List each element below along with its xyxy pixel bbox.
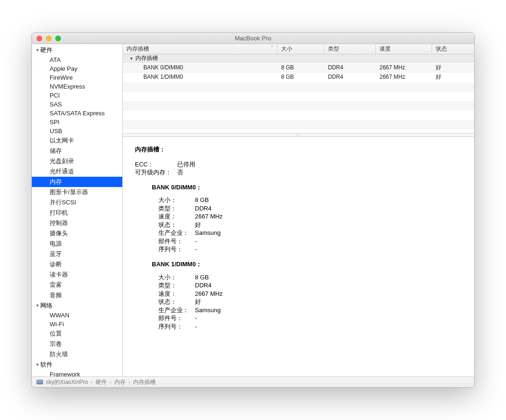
disclosure-triangle-icon[interactable]: ▼ [35, 362, 40, 367]
value-part: - [195, 237, 197, 246]
sidebar-item-pci[interactable]: PCI [32, 91, 122, 100]
sidebar-item-sas[interactable]: SAS [32, 100, 122, 109]
cell-size: 8 GB [277, 64, 324, 71]
disclosure-triangle-icon[interactable]: ▼ [35, 48, 40, 52]
label-upgradeable: 可升级内存 [135, 168, 177, 177]
main-panel: 内存插槽 ˄ 大小 类型 速度 状态 ▼ 内存插槽 BANK 0/DIMM0 [123, 44, 474, 376]
column-header-type[interactable]: 类型 [324, 44, 376, 54]
sort-ascending-icon: ˄ [271, 45, 273, 50]
sidebar-group-label: 软件 [40, 360, 52, 369]
sidebar-item-memory[interactable]: 内存 [32, 177, 122, 187]
sidebar-item-location[interactable]: 位置 [32, 329, 122, 339]
sidebar-item-spi[interactable]: SPI [32, 118, 122, 127]
value-speed: 2667 MHz [195, 212, 223, 221]
column-header-name[interactable]: 内存插槽 ˄ [123, 44, 277, 54]
cell-speed: 2667 MHz [376, 64, 432, 71]
close-icon[interactable] [37, 36, 42, 41]
label-serial: 序列号 [158, 322, 195, 331]
zoom-icon[interactable] [55, 36, 61, 41]
sidebar-item-wifi[interactable]: Wi-Fi [32, 320, 122, 329]
value-type: DDR4 [195, 204, 211, 213]
table-body[interactable]: ▼ 内存插槽 BANK 0/DIMM0 8 GB DDR4 2667 MHz 好… [123, 54, 474, 133]
sidebar-item-graphics[interactable]: 图形卡/显示器 [32, 187, 122, 197]
label-part: 部件号 [158, 237, 195, 246]
value-serial: - [195, 322, 197, 331]
cell-name: BANK 0/DIMM0 [123, 64, 277, 71]
value-size: 8 GB [195, 196, 209, 204]
titlebar[interactable]: MacBook Pro [32, 33, 474, 44]
sidebar-item-power[interactable]: 电源 [32, 239, 122, 249]
sidebar-item-audio[interactable]: 音频 [32, 290, 122, 300]
sidebar-item-card-reader[interactable]: 读卡器 [32, 270, 122, 280]
table-row[interactable]: BANK 1/DIMM0 8 GB DDR4 2667 MHz 好 [123, 72, 474, 82]
label-size: 大小 [158, 196, 195, 204]
sidebar-group-hardware[interactable]: ▼ 硬件 [32, 45, 122, 55]
bank-block: BANK 1/DIMM0： 大小8 GB 类型DDR4 速度2667 MHz 状… [152, 260, 464, 330]
sidebar-item-wwan[interactable]: WWAN [32, 311, 122, 320]
sidebar-item-bluetooth[interactable]: 蓝牙 [32, 249, 122, 259]
sidebar-group-network[interactable]: ▼ 网络 [32, 300, 122, 311]
value-size: 8 GB [195, 273, 209, 282]
sidebar-item-firewall[interactable]: 防火墙 [32, 349, 122, 360]
breadcrumb-item[interactable]: 内存 [114, 378, 126, 386]
label-manufacturer: 生产企业 [158, 306, 195, 315]
sidebar-item-ata[interactable]: ATA [32, 55, 122, 64]
minimize-icon[interactable] [46, 36, 52, 41]
sidebar-item-controller[interactable]: 控制器 [32, 218, 122, 228]
column-header-speed[interactable]: 速度 [376, 44, 432, 54]
cell-size: 8 GB [277, 74, 324, 80]
value-part: - [195, 314, 197, 322]
value-speed: 2667 MHz [195, 290, 223, 298]
pane-splitter[interactable] [123, 133, 474, 137]
value-state: 好 [195, 221, 201, 229]
sidebar-item-usb[interactable]: USB [32, 127, 122, 135]
chevron-right-icon: › [128, 379, 130, 385]
value-upgradeable: 否 [177, 168, 183, 177]
value-manufacturer: Samsung [195, 229, 221, 237]
sidebar-item-printers[interactable]: 打印机 [32, 208, 122, 218]
value-serial: - [195, 245, 197, 254]
breadcrumb: sky的XiaoXinPro › 硬件 › 内存 › 内存插槽 [32, 376, 474, 387]
sidebar-group-software[interactable]: ▼ 软件 [32, 360, 122, 370]
sidebar-item-parallel-scsi[interactable]: 并行SCSI [32, 197, 122, 208]
disclosure-triangle-icon[interactable]: ▼ [35, 303, 40, 308]
label-speed: 速度 [158, 212, 195, 221]
disclosure-triangle-icon[interactable]: ▼ [129, 56, 134, 61]
cell-speed: 2667 MHz [376, 74, 432, 80]
sidebar-item-firewire[interactable]: FireWire [32, 73, 122, 82]
label-type: 类型 [158, 204, 195, 213]
sidebar-item-volumes[interactable]: 宗卷 [32, 339, 122, 349]
breadcrumb-item[interactable]: 硬件 [96, 378, 107, 386]
sidebar-item-sata[interactable]: SATA/SATA Express [32, 109, 122, 118]
detail-pane[interactable]: 内存插槽： ECC 已停用 可升级内存 否 BANK 0/DIMM0： 大小8 … [123, 137, 474, 376]
sidebar[interactable]: ▼ 硬件 ATA Apple Pay FireWire NVMExpress P… [32, 44, 123, 376]
cell-state: 好 [432, 73, 474, 81]
table-row[interactable]: BANK 0/DIMM0 8 GB DDR4 2667 MHz 好 [123, 63, 474, 72]
column-header-state[interactable]: 状态 [432, 44, 474, 54]
sidebar-item-ethernet[interactable]: 以太网卡 [32, 135, 122, 146]
sidebar-item-camera[interactable]: 摄像头 [32, 228, 122, 239]
label-part: 部件号 [158, 314, 195, 322]
sidebar-group-label: 网络 [40, 301, 52, 310]
sidebar-item-nvmexpress[interactable]: NVMExpress [32, 82, 122, 91]
label-speed: 速度 [158, 290, 195, 298]
sidebar-item-thunderbolt[interactable]: 雷雾 [32, 280, 122, 290]
computer-icon [37, 380, 43, 384]
sidebar-item-disc-burning[interactable]: 光盘刻录 [32, 156, 122, 166]
chevron-right-icon: › [91, 379, 93, 385]
window-controls [32, 36, 61, 41]
table-group-row[interactable]: ▼ 内存插槽 [123, 54, 474, 63]
bank-title: BANK 0/DIMM0： [152, 183, 464, 192]
breadcrumb-item[interactable]: sky的XiaoXinPro [46, 378, 88, 386]
sidebar-item-framework[interactable]: Framework [32, 370, 122, 376]
sidebar-item-fibre-channel[interactable]: 光纤通道 [32, 166, 122, 177]
breadcrumb-item[interactable]: 内存插槽 [133, 378, 156, 386]
value-ecc: 已停用 [177, 160, 195, 169]
sidebar-item-diagnostics[interactable]: 诊断 [32, 259, 122, 270]
column-header-size[interactable]: 大小 [277, 44, 324, 54]
sidebar-item-apple-pay[interactable]: Apple Pay [32, 64, 122, 73]
value-state: 好 [195, 298, 201, 306]
label-state: 状态 [158, 298, 195, 306]
sidebar-item-storage[interactable]: 储存 [32, 146, 122, 156]
table-header: 内存插槽 ˄ 大小 类型 速度 状态 [123, 44, 474, 54]
